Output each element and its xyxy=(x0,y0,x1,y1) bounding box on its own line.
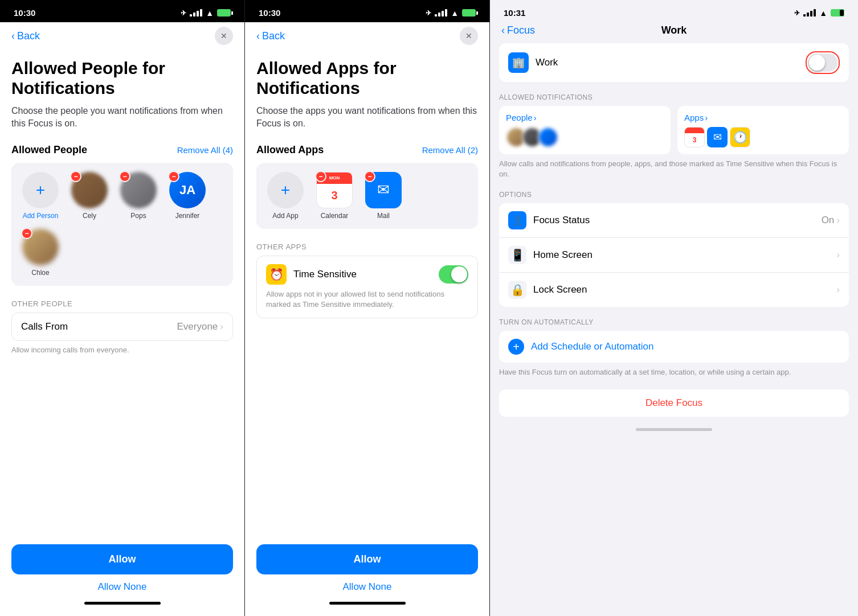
back-button-3[interactable]: ‹ Focus xyxy=(501,24,535,36)
panel-work-settings: 10:31 ✈ ▲ ‹ Focus Work 🏢 xyxy=(490,0,858,616)
work-name: Work xyxy=(536,57,558,68)
apps-notif-card[interactable]: Apps › 3 ✉ 🕐 xyxy=(677,106,849,154)
remove-all-people[interactable]: Remove All (4) xyxy=(177,145,233,155)
chloe-minus[interactable]: − xyxy=(21,228,32,239)
status-icons-1: ✈ ▲ xyxy=(181,9,231,18)
app-mail: ✉ − Mail xyxy=(363,172,403,220)
bar3 xyxy=(197,11,199,17)
jennifer-avatar-wrap: JA − xyxy=(169,172,206,208)
mini-cal-day: 3 xyxy=(693,133,697,147)
signal-2 xyxy=(435,9,447,17)
battery-level-1 xyxy=(220,10,230,16)
focus-status-chevron: › xyxy=(836,215,840,226)
calendar-name: Calendar xyxy=(321,212,349,220)
panel1-content: Allowed People for Notifications Choose … xyxy=(0,47,244,544)
calendar-wrap: MON 3 − xyxy=(316,172,353,208)
status-icons-3: ✈ ▲ xyxy=(794,9,844,18)
person-jennifer: JA − Jennifer xyxy=(167,172,207,220)
back-button-1[interactable]: ‹ Back xyxy=(11,30,40,42)
jennifer-minus[interactable]: − xyxy=(168,171,179,182)
app-notif-icons: 3 ✉ 🕐 xyxy=(684,127,842,147)
panel2-content: Allowed Apps for Notifications Choose th… xyxy=(245,47,489,544)
calls-value-text: Everyone xyxy=(177,321,218,332)
person-chloe: − Chloe xyxy=(21,229,60,277)
add-person-label: Add Person xyxy=(23,212,59,220)
time-sensitive-icon: ⏰ xyxy=(266,264,287,285)
calls-value: Everyone › xyxy=(177,321,224,332)
bar4 xyxy=(200,9,202,17)
chloe-minus-inner: − xyxy=(22,229,31,238)
home-indicator-3-wrap xyxy=(499,428,849,440)
allow-none-button-1[interactable]: Allow None xyxy=(11,581,233,593)
mail-name: Mail xyxy=(377,212,390,220)
delete-focus-card[interactable]: Delete Focus xyxy=(499,389,849,417)
cal-day: 3 xyxy=(331,189,337,202)
people-row-2: − Chloe xyxy=(21,229,224,277)
add-app-label: Add App xyxy=(272,212,298,220)
pops-name: Pops xyxy=(130,212,146,220)
work-toggle[interactable] xyxy=(808,54,837,72)
allow-incoming-desc: Allow incoming calls from everyone. xyxy=(11,346,233,354)
wifi-icon-3: ▲ xyxy=(819,9,827,18)
panel1-title: Allowed People for Notifications xyxy=(11,59,233,98)
people-chevron: › xyxy=(534,113,537,122)
allow-none-button-2[interactable]: Allow None xyxy=(256,581,478,593)
apps-grid: + Add App MON 3 xyxy=(256,163,478,229)
battery-2 xyxy=(462,9,476,17)
bar4c xyxy=(814,9,816,17)
calls-row[interactable]: Calls From Everyone › xyxy=(11,313,233,341)
battery-1 xyxy=(217,9,231,17)
home-screen-icon: 📱 xyxy=(508,246,526,264)
bar2 xyxy=(193,13,195,17)
work-page-title: Work xyxy=(661,24,687,36)
pops-minus[interactable]: − xyxy=(119,171,130,182)
remove-all-apps[interactable]: Remove All (2) xyxy=(422,145,478,155)
signal-1 xyxy=(190,9,202,17)
bar3c xyxy=(810,11,812,17)
toggle-knob xyxy=(451,266,467,282)
allowed-apps-label: Allowed Apps xyxy=(256,144,324,156)
app-calendar: MON 3 − Calendar xyxy=(314,172,354,220)
people-row: + Add Person − Cely xyxy=(21,172,224,220)
work-toggle-knob xyxy=(809,55,825,71)
lock-screen-icon: 🔒 xyxy=(508,281,526,299)
person-cely: − Cely xyxy=(70,172,109,220)
chevron-left-icon-3: ‹ xyxy=(501,24,505,36)
pops-avatar-wrap: − xyxy=(120,172,157,208)
focus-status-icon: 👤 xyxy=(508,211,526,229)
top-nav-2: ‹ Back ✕ xyxy=(245,22,489,47)
mail-minus[interactable]: − xyxy=(364,171,375,182)
panel2-subtitle: Choose the apps you want notifications f… xyxy=(256,105,478,130)
battery-3 xyxy=(831,9,844,17)
chevron-left-icon-2: ‹ xyxy=(256,30,260,42)
add-schedule-button[interactable]: + Add Schedule or Automation xyxy=(499,331,849,363)
focus-status-label: Focus Status xyxy=(533,215,815,226)
pops-minus-inner: − xyxy=(120,172,129,181)
bar1c xyxy=(803,14,806,17)
focus-status-item[interactable]: 👤 Focus Status On › xyxy=(499,203,849,238)
people-notif-card[interactable]: People › xyxy=(499,106,671,154)
lock-screen-label: Lock Screen xyxy=(533,284,830,295)
mini-clock-icon: 🕐 xyxy=(730,127,750,147)
time-sensitive-toggle[interactable] xyxy=(439,265,468,284)
chloe-avatar-wrap: − xyxy=(22,229,59,265)
panel1-subtitle: Choose the people you want notifications… xyxy=(11,105,233,130)
add-person-item[interactable]: + Add Person xyxy=(21,172,60,220)
calendar-minus[interactable]: − xyxy=(315,171,326,182)
back-button-2[interactable]: ‹ Back xyxy=(256,30,285,42)
close-button-2[interactable]: ✕ xyxy=(460,27,478,45)
add-app-button[interactable]: + xyxy=(267,172,304,208)
lock-screen-item[interactable]: 🔒 Lock Screen › xyxy=(499,273,849,307)
home-screen-item[interactable]: 📱 Home Screen › xyxy=(499,238,849,273)
home-screen-label: Home Screen xyxy=(533,249,830,261)
apps-chevron: › xyxy=(705,113,708,122)
close-button-1[interactable]: ✕ xyxy=(215,27,233,45)
apps-notif-label: Apps › xyxy=(684,113,842,122)
allow-button-1[interactable]: Allow xyxy=(11,544,233,574)
add-person-button[interactable]: + xyxy=(22,172,59,208)
cely-minus[interactable]: − xyxy=(70,171,81,182)
third-content: 🏢 Work ALLOWED NOTIFICATIONS People › xyxy=(490,43,858,616)
add-app-item[interactable]: + Add App xyxy=(265,172,305,220)
allow-button-2[interactable]: Allow xyxy=(256,544,478,574)
home-indicator-1 xyxy=(84,602,161,605)
